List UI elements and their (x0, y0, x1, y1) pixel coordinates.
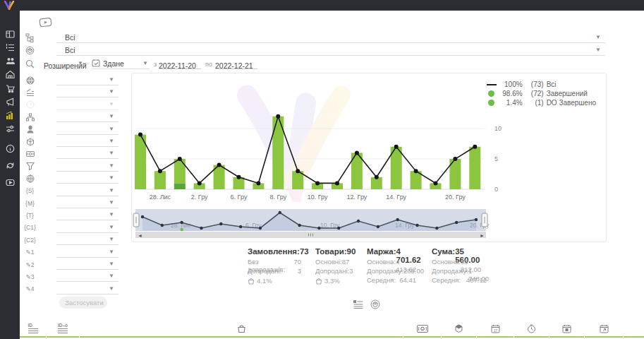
clients-icon (6, 56, 15, 66)
table-header-col-id-link[interactable]: ID–o (47, 321, 79, 338)
filter-select[interactable]: ▼ (56, 124, 119, 135)
sidebar-item-stats[interactable] (5, 110, 15, 120)
line-point[interactable] (276, 114, 280, 119)
sidebar-item-dashboard[interactable] (5, 29, 15, 39)
products-filter-select[interactable]: Всі ▼ (56, 45, 605, 56)
line-point[interactable] (434, 181, 438, 185)
chevron-down-icon: ▼ (109, 259, 114, 269)
bar-Завершений[interactable] (174, 159, 186, 183)
line-point[interactable] (198, 181, 202, 185)
apply-button[interactable]: Застосувати (59, 297, 107, 309)
settings-icon (6, 124, 15, 133)
line-point[interactable] (237, 175, 241, 179)
table-header-col-timer[interactable] (514, 321, 549, 338)
filter-select[interactable]: ▼ (56, 148, 119, 159)
table-header-col-calendar-arrow[interactable] (585, 321, 623, 338)
table-header-col-money[interactable]: O (403, 321, 441, 338)
line-point[interactable] (217, 163, 221, 167)
status-filter-select[interactable]: Всі ▼ (56, 32, 605, 43)
table-header-col-id-lines[interactable]: ID (20, 321, 46, 338)
legend-item-Всі: 100% (73) Всі (486, 80, 596, 89)
video-tutorial-icon[interactable] (39, 17, 54, 28)
filter-select[interactable]: ▼ (56, 186, 119, 196)
sidebar-item-announce[interactable] (5, 97, 15, 107)
filter-select[interactable]: ▼ (56, 210, 119, 220)
brace-icon: {C1} (25, 223, 35, 232)
filter-select[interactable]: ▼ (56, 247, 119, 258)
sidebar-item-clients[interactable] (5, 56, 15, 66)
table-header-col-cube[interactable] (442, 321, 476, 338)
bar-DO Завершено[interactable] (174, 183, 186, 189)
legend-percent: 1.4% (500, 99, 523, 107)
filter-select[interactable]: ▼ (56, 161, 119, 172)
filter-select[interactable]: ▼ (56, 136, 119, 147)
line-point[interactable] (138, 133, 142, 137)
layers-icon (25, 88, 35, 97)
filter-select[interactable]: ▼ (56, 284, 119, 295)
line-point[interactable] (453, 157, 457, 161)
filter-select[interactable]: ▼ (56, 259, 119, 270)
search-icon[interactable] (25, 59, 35, 69)
filter-select[interactable]: ▼ (56, 87, 119, 97)
legend-swatch (486, 84, 497, 85)
chart-scrollbar[interactable]: ◄► (135, 232, 486, 238)
filter-select[interactable]: ▼ (56, 75, 119, 85)
navigator-label: 14. Гру (395, 222, 415, 229)
line-point[interactable] (178, 157, 182, 161)
search-mode-select[interactable]: Розширений ▼ (44, 59, 83, 69)
calendar-box-icon (562, 324, 571, 333)
chevron-down-icon: ▼ (109, 75, 114, 85)
table-header-col-bag[interactable] (80, 321, 403, 338)
filter-select[interactable]: ▼ (56, 271, 119, 282)
line-point[interactable] (335, 181, 339, 185)
filter-select[interactable]: ▼ (56, 173, 119, 184)
navigator[interactable]: 28. Лис6. Гру10. Гру14. Гру20. Гру (133, 209, 490, 231)
table-header-col-spacer[interactable] (624, 321, 644, 338)
line-point[interactable] (375, 175, 379, 179)
line-point[interactable] (355, 150, 359, 155)
bar-Завершений[interactable] (154, 171, 166, 189)
date-field-select[interactable]: Здане ▼ (92, 59, 150, 69)
bar-Завершений[interactable] (469, 147, 480, 189)
sidebar-item-settings[interactable] (5, 124, 15, 133)
sidebar-item-video[interactable] (5, 177, 15, 187)
pencil-icon: ✎4 (25, 285, 35, 294)
chart-legend: 100% (73) Всі 98.6% (72) Завершений 1.4%… (486, 80, 596, 107)
legend-count: (73) (525, 81, 544, 88)
chevron-down-icon: ▼ (109, 100, 114, 109)
line-point[interactable] (315, 181, 320, 185)
line-point[interactable] (256, 181, 260, 185)
line-point[interactable] (296, 169, 300, 173)
stat-row-value: 1 748.00 (468, 267, 489, 276)
filter-select[interactable]: ▼ (56, 198, 119, 208)
product-view-toggle[interactable] (370, 299, 381, 309)
line-point[interactable] (158, 169, 162, 173)
filter-row-products: Всі ▼ (20, 45, 605, 56)
filter-select[interactable]: ▼ (56, 234, 119, 245)
navigator-point (161, 224, 164, 227)
line-point[interactable] (414, 169, 418, 173)
line-point[interactable] (473, 145, 477, 149)
table-header-col-calendar-date[interactable]: 17 (477, 321, 514, 338)
sidebar-item-orders-list[interactable] (5, 42, 15, 52)
navigator-point (415, 224, 418, 227)
filter-select[interactable]: ▼ (56, 222, 119, 233)
date-from-input[interactable]: 2022-11-20 (159, 59, 201, 69)
scroll-right-arrow[interactable]: ► (480, 233, 485, 238)
date-to-input[interactable]: 2022-12-21 (215, 59, 257, 69)
filter-select[interactable]: ▼ (56, 112, 119, 122)
sidebar-item-warehouse[interactable] (5, 69, 15, 79)
scroll-left-arrow[interactable]: ◄ (138, 233, 142, 238)
line-point[interactable] (394, 145, 399, 149)
list-view-toggle[interactable] (353, 299, 364, 309)
table-header-col-calendar-box[interactable] (549, 321, 584, 338)
dashboard-icon (6, 30, 15, 39)
sidebar-item-info[interactable] (5, 143, 15, 153)
chevron-down-icon: ▼ (109, 161, 114, 171)
sidebar-item-cart[interactable] (5, 83, 15, 93)
stat-row-label: Допродані: (315, 267, 349, 276)
globe-solid-icon (25, 76, 35, 85)
chevron-down-icon: ▼ (109, 222, 114, 232)
sync-icon (6, 161, 15, 170)
sidebar-item-sync[interactable] (5, 160, 15, 170)
